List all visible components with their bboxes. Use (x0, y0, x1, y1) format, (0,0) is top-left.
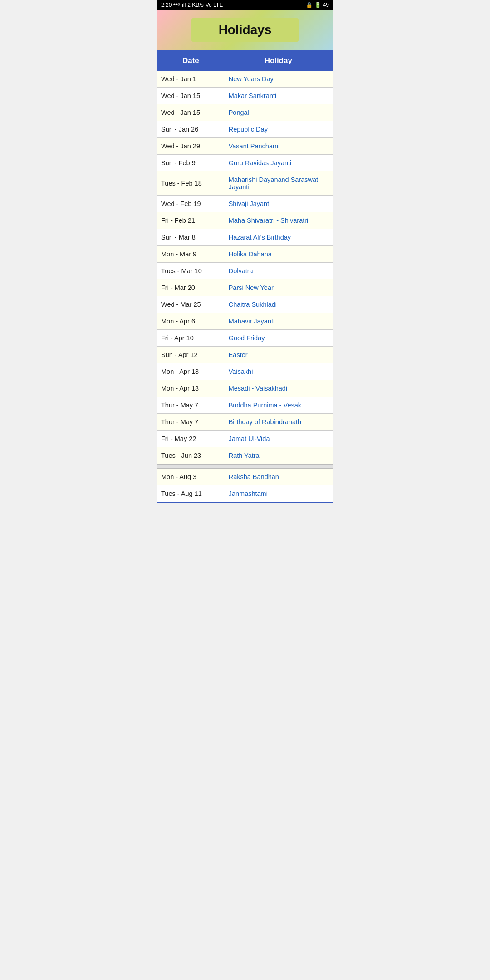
holiday-cell: Maha Shivaratri - Shivaratri (224, 212, 333, 229)
date-cell: Wed - Mar 25 (157, 296, 224, 313)
table-row: Mon - Aug 3 Raksha Bandhan (157, 469, 333, 485)
date-cell: Tues - Mar 10 (157, 263, 224, 279)
table-row: Fri - May 22 Jamat Ul-Vida (157, 431, 333, 447)
status-bar: 2:20 ⁴⁴ᵍ.ıll 2 KB/s Vo LTE 🔒 🔋 49 (157, 0, 333, 10)
holiday-cell: Dolyatra (224, 263, 333, 279)
date-cell: Wed - Jan 29 (157, 138, 224, 154)
holiday-cell: Parsi New Year (224, 279, 333, 296)
lock-icon: 🔒 (306, 2, 313, 8)
table-row: Tues - Mar 10 Dolyatra (157, 263, 333, 279)
date-cell: Fri - Apr 10 (157, 330, 224, 346)
date-cell: Sun - Apr 12 (157, 347, 224, 363)
holiday-cell: Maharishi Dayanand Saraswati Jayanti (224, 172, 333, 195)
holiday-cell: Raksha Bandhan (224, 469, 333, 485)
battery-indicator: 🔋 (314, 2, 321, 8)
date-cell: Fri - Mar 20 (157, 279, 224, 296)
date-cell: Fri - May 22 (157, 431, 224, 447)
table-row: Mon - Apr 6 Mahavir Jayanti (157, 313, 333, 330)
status-time: 2:20 (161, 2, 172, 8)
table-row: Mon - Apr 13 Mesadi - Vaisakhadi (157, 380, 333, 397)
table-rows: Wed - Jan 1 New Years Day Wed - Jan 15 M… (157, 71, 333, 464)
holiday-cell: Vaisakhi (224, 363, 333, 380)
table-row: Sun - Feb 9 Guru Ravidas Jayanti (157, 155, 333, 172)
date-cell: Sun - Feb 9 (157, 155, 224, 171)
table-header: Date Holiday (157, 51, 333, 71)
status-speed: 2 KB/s (187, 2, 203, 8)
table-row: Thur - May 7 Buddha Purnima - Vesak (157, 397, 333, 414)
holiday-cell: Buddha Purnima - Vesak (224, 397, 333, 413)
status-right: 🔒 🔋 49 (306, 2, 329, 8)
date-cell: Wed - Jan 1 (157, 71, 224, 87)
date-cell: Thur - May 7 (157, 397, 224, 413)
status-left: 2:20 ⁴⁴ᵍ.ıll 2 KB/s Vo LTE (161, 2, 223, 8)
table-row: Wed - Mar 25 Chaitra Sukhladi (157, 296, 333, 313)
date-cell: Sun - Mar 8 (157, 229, 224, 245)
holiday-cell: Makar Sankranti (224, 88, 333, 104)
holiday-cell: Mesadi - Vaisakhadi (224, 380, 333, 397)
table-row: Wed - Jan 15 Pongal (157, 104, 333, 121)
holiday-cell: Mahavir Jayanti (224, 313, 333, 329)
table-row: Thur - May 7 Birthday of Rabindranath (157, 414, 333, 431)
holiday-cell: Janmashtami (224, 485, 333, 502)
date-cell: Tues - Jun 23 (157, 447, 224, 464)
holiday-cell: Republic Day (224, 121, 333, 137)
date-cell: Thur - May 7 (157, 414, 224, 430)
holiday-cell: Pongal (224, 104, 333, 121)
table-row: Mon - Mar 9 Holika Dahana (157, 246, 333, 263)
holiday-cell: Vasant Panchami (224, 138, 333, 154)
page-title: Holidays (219, 23, 272, 37)
date-column-header: Date (157, 55, 224, 66)
table-row: Fri - Mar 20 Parsi New Year (157, 279, 333, 296)
holiday-cell: Guru Ravidas Jayanti (224, 155, 333, 171)
date-cell: Mon - Apr 13 (157, 380, 224, 397)
holiday-cell: Chaitra Sukhladi (224, 296, 333, 313)
battery-level: 49 (323, 2, 329, 8)
date-cell: Mon - Apr 6 (157, 313, 224, 329)
table-row: Tues - Jun 23 Rath Yatra (157, 447, 333, 464)
holiday-cell: New Years Day (224, 71, 333, 87)
date-cell: Wed - Jan 15 (157, 104, 224, 121)
table-row: Sun - Jan 26 Republic Day (157, 121, 333, 138)
holiday-cell: Rath Yatra (224, 447, 333, 464)
holiday-cell: Shivaji Jayanti (224, 196, 333, 212)
header-title-box: Holidays (191, 18, 299, 42)
table-row: Fri - Apr 10 Good Friday (157, 330, 333, 347)
table-row: Mon - Apr 13 Vaisakhi (157, 363, 333, 380)
table-row: Sun - Mar 8 Hazarat Ali's Birthday (157, 229, 333, 246)
date-cell: Mon - Apr 13 (157, 363, 224, 380)
table-row: Wed - Feb 19 Shivaji Jayanti (157, 196, 333, 212)
footer-space (157, 503, 333, 512)
holiday-cell: Easter (224, 347, 333, 363)
date-cell: Fri - Feb 21 (157, 212, 224, 229)
date-cell: Sun - Jan 26 (157, 121, 224, 137)
holiday-cell: Jamat Ul-Vida (224, 431, 333, 447)
status-signal: ⁴⁴ᵍ.ıll (173, 2, 186, 8)
table-row: Tues - Feb 18 Maharishi Dayanand Saraswa… (157, 172, 333, 196)
holiday-cell: Birthday of Rabindranath (224, 414, 333, 430)
holiday-cell: Holika Dahana (224, 246, 333, 262)
table-row: Fri - Feb 21 Maha Shivaratri - Shivaratr… (157, 212, 333, 229)
table-row: Sun - Apr 12 Easter (157, 347, 333, 363)
holiday-column-header: Holiday (224, 55, 333, 66)
date-cell: Mon - Aug 3 (157, 469, 224, 485)
table-rows-after-gap: Mon - Aug 3 Raksha Bandhan Tues - Aug 11… (157, 469, 333, 502)
date-cell: Tues - Aug 11 (157, 485, 224, 502)
table-row: Wed - Jan 15 Makar Sankranti (157, 88, 333, 104)
holidays-table: Date Holiday Wed - Jan 1 New Years Day W… (157, 50, 333, 503)
status-volte: Vo LTE (206, 2, 223, 8)
holiday-cell: Hazarat Ali's Birthday (224, 229, 333, 245)
table-gap (157, 464, 333, 469)
table-row: Wed - Jan 29 Vasant Panchami (157, 138, 333, 155)
holiday-cell: Good Friday (224, 330, 333, 346)
date-cell: Tues - Feb 18 (157, 175, 224, 191)
table-row: Tues - Aug 11 Janmashtami (157, 485, 333, 502)
header: Holidays (157, 10, 333, 50)
date-cell: Wed - Feb 19 (157, 196, 224, 212)
date-cell: Mon - Mar 9 (157, 246, 224, 262)
table-row: Wed - Jan 1 New Years Day (157, 71, 333, 88)
date-cell: Wed - Jan 15 (157, 88, 224, 104)
